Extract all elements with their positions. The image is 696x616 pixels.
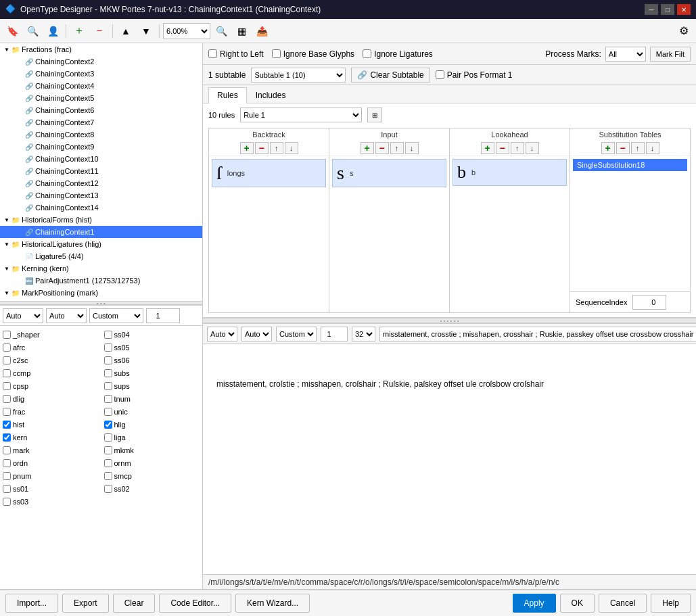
tree-item-cc1[interactable]: 🔗 ChainingContext1 [0,226,202,238]
clear-subtable-button[interactable]: 🔗 Clear Subtable [351,68,430,82]
maximize-button[interactable]: □ [661,4,674,15]
checkbox-subs[interactable] [104,369,112,377]
auto-select-right-1[interactable]: Auto [207,327,237,341]
rule-select[interactable]: Rule 1 [240,108,362,122]
lookahead-down-button[interactable]: ↓ [526,142,539,154]
expand-hist-icon[interactable]: ▼ [3,216,11,224]
checkbox-liga[interactable] [104,433,112,442]
expand-fractions-icon[interactable]: ▼ [3,45,11,53]
apply-button[interactable]: Apply [513,594,556,613]
code-editor-button[interactable]: Code Editor... [159,594,231,613]
checkbox-ss01[interactable] [3,485,11,493]
pair-pos-option[interactable]: Pair Pos Format 1 [436,70,513,80]
checkbox-ornm[interactable] [104,459,112,467]
lookahead-up-button[interactable]: ↑ [511,142,524,154]
checkbox-ordn[interactable] [3,459,11,467]
export-btn[interactable]: 📤 [252,22,271,41]
remove-button[interactable]: － [90,22,109,41]
table-view-btn[interactable]: ▦ [232,22,251,41]
checkbox-frac[interactable] [3,408,11,416]
subst-remove-button[interactable]: − [616,142,630,154]
tree-item-cc9[interactable]: 🔗 ChainingContext9 [0,141,202,153]
tree-item-pa1[interactable]: 🔤 PairAdjustment1 (12753/12753) [0,275,202,287]
tree-item-cc13[interactable]: 🔗 ChainingContext13 [0,189,202,202]
help-button[interactable]: Help [651,594,691,613]
close-button[interactable]: ✕ [677,4,691,15]
tree-item-cc4[interactable]: 🔗 ChainingContext4 [0,80,202,92]
checkbox-cpsp[interactable] [3,382,11,390]
ignore-ligatures-option[interactable]: Ignore Ligatures [363,49,433,59]
tree-item-hist[interactable]: ▼ 📁 HistoricalForms (hist) [0,214,202,226]
kern-wizard-button[interactable]: Kern Wizard... [235,594,310,613]
subst-add-button[interactable]: + [601,142,615,154]
checkbox-ss06[interactable] [104,356,112,364]
tree-item-cc10[interactable]: 🔗 ChainingContext10 [0,153,202,165]
backtrack-add-button[interactable]: + [240,142,254,154]
ok-button[interactable]: OK [560,594,595,613]
tree-item-cc7[interactable]: 🔗 ChainingContext7 [0,116,202,128]
auto-select-right-2[interactable]: Auto [241,327,272,341]
checkbox-afrc[interactable] [3,343,11,352]
tree-item-hlig[interactable]: ▼ 📁 HistoricalLigatures (hlig) [0,238,202,250]
resize-handle[interactable]: • • • • • • [203,318,696,323]
checkbox-ss05[interactable] [104,343,112,352]
checkbox-sups[interactable] [104,382,112,390]
auto-select-1[interactable]: Auto [3,308,43,323]
checkbox-mkmk[interactable] [104,446,112,454]
tree-item-cc2[interactable]: 🔗 ChainingContext2 [0,55,202,68]
checkbox-unic[interactable] [104,408,112,416]
checkbox-smcp[interactable] [104,472,112,480]
ignore-base-glyphs-checkbox[interactable] [272,49,281,58]
toolbar-btn-3[interactable]: 👤 [43,22,62,41]
checkbox-tnum[interactable] [104,395,112,403]
tree-item-cc5[interactable]: 🔗 ChainingContext5 [0,92,202,104]
tree-item-lig5[interactable]: 📄 Ligature5 (4/4) [0,250,202,262]
pair-pos-checkbox[interactable] [436,70,444,79]
subst-up-button[interactable]: ↑ [631,142,645,154]
clear-button[interactable]: Clear [113,594,156,613]
auto-select-2[interactable]: Auto [46,308,87,323]
tree-item-cc14[interactable]: 🔗 ChainingContext14 [0,202,202,214]
cancel-button[interactable]: Cancel [599,594,647,613]
expand-rule-button[interactable]: ⊞ [367,108,382,122]
mark-filt-button[interactable]: Mark Filt [650,47,691,62]
lookahead-glyph-b[interactable]: b b [453,159,567,186]
checkbox-c2sc[interactable] [3,356,11,364]
num-spinner-right[interactable] [321,327,348,341]
subst-down-button[interactable]: ↓ [646,142,659,154]
input-glyph-s[interactable]: s s [332,159,446,187]
backtrack-down-button[interactable]: ↓ [285,142,298,154]
expand-hlig-icon[interactable]: ▼ [3,240,11,248]
checkbox-hlig[interactable] [104,421,112,429]
zoom-select[interactable]: 6.00% [163,23,210,39]
checkbox-mark[interactable] [3,446,11,454]
substitution-item-single18[interactable]: SingleSubstitution18 [573,159,687,171]
preview-text-select[interactable]: misstatement, crosstie ; misshapen, cros… [379,327,696,341]
lookahead-remove-button[interactable]: − [496,142,509,154]
import-button[interactable]: Import... [5,594,58,613]
tree-item-kern[interactable]: ▼ 📁 Kerning (kern) [0,262,202,275]
tab-rules[interactable]: Rules [208,87,247,103]
seq-index-input[interactable] [632,295,666,310]
custom-select[interactable]: Custom [89,308,143,323]
checkbox-hist[interactable] [3,421,11,429]
backtrack-glyph-longs[interactable]: ſ longs [212,159,326,187]
right-to-left-option[interactable]: Right to Left [208,49,264,59]
backtrack-remove-button[interactable]: − [255,142,269,154]
move-up-button[interactable]: ▲ [116,22,135,41]
export-button[interactable]: Export [62,594,109,613]
tree-item-fractions[interactable]: ▼ 📁 Fractions (frac) [0,43,202,55]
toolbar-btn-2[interactable]: 🔍 [23,22,42,41]
ignore-ligatures-checkbox[interactable] [363,49,371,58]
input-up-button[interactable]: ↑ [390,142,404,154]
checkbox-shaper[interactable] [3,331,11,339]
tab-includes[interactable]: Includes [247,87,295,103]
input-remove-button[interactable]: − [375,142,389,154]
expand-kern-icon[interactable]: ▼ [3,264,11,273]
toolbar-btn-1[interactable]: 🔖 [3,22,22,41]
checkbox-ss02[interactable] [104,485,112,493]
add-button[interactable]: ＋ [70,22,89,41]
checkbox-ccmp[interactable] [3,369,11,377]
checkbox-ss03[interactable] [3,498,11,506]
process-marks-select[interactable]: All [605,47,646,62]
